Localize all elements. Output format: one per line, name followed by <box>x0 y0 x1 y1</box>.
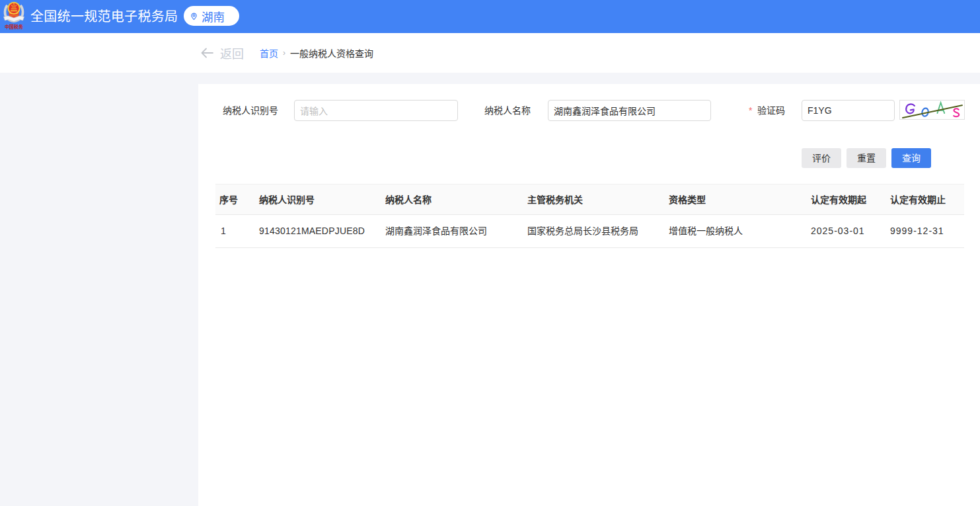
svg-text:中国税务: 中国税务 <box>5 24 23 30</box>
